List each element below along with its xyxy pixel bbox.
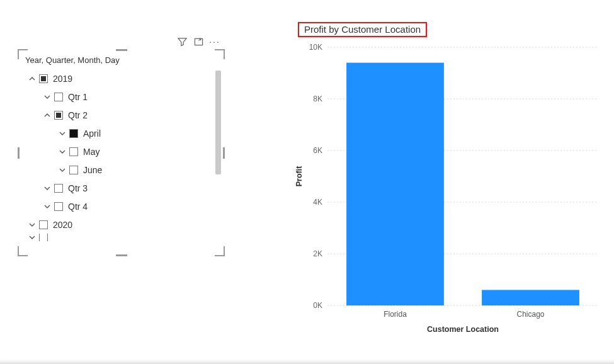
chart-title: Profit by Customer Location — [298, 22, 427, 37]
tree-checkbox[interactable] — [39, 220, 48, 229]
chevron-down-icon[interactable] — [40, 185, 54, 192]
chevron-down-icon[interactable] — [55, 166, 69, 174]
slicer-tree: 2019Qtr 1Qtr 2AprilMayJuneQtr 3Qtr 42020 — [21, 69, 212, 251]
tree-label: May — [83, 147, 99, 157]
x-tick-label: Florida — [384, 310, 407, 319]
more-options-icon[interactable]: ··· — [210, 37, 220, 47]
tree-row[interactable]: Qtr 2 — [21, 106, 212, 124]
y-tick-label: 0K — [313, 301, 322, 310]
tree-checkbox[interactable] — [54, 202, 63, 211]
y-tick-label: 8K — [313, 94, 322, 103]
resize-handle-tr[interactable] — [215, 49, 225, 59]
tree-checkbox[interactable] — [54, 111, 63, 120]
tree-row[interactable]: 2020 — [21, 215, 212, 234]
visual-toolbar: ··· — [177, 37, 220, 47]
resize-handle-bottom[interactable] — [116, 254, 127, 256]
tree-checkbox[interactable] — [39, 74, 48, 83]
chart-visual: Profit by Customer Location 0K2K4K6K8K10… — [293, 22, 601, 350]
chart-bar[interactable] — [482, 290, 579, 305]
resize-handle-top[interactable] — [116, 49, 127, 51]
chevron-up-icon[interactable] — [40, 111, 54, 119]
page-bottom-shadow — [0, 356, 614, 364]
tree-row[interactable]: 2019 — [21, 69, 212, 88]
tree-row[interactable]: April — [21, 124, 212, 142]
tree-label: April — [83, 128, 101, 139]
chevron-down-icon[interactable] — [25, 234, 39, 241]
resize-handle-right[interactable] — [223, 147, 225, 159]
chevron-down-icon[interactable] — [40, 203, 54, 210]
tree-label: Qtr 4 — [68, 202, 88, 212]
chevron-down-icon[interactable] — [40, 93, 54, 101]
chevron-down-icon[interactable] — [25, 221, 39, 229]
tree-label: 2020 — [53, 220, 72, 230]
chart-bar[interactable] — [346, 63, 444, 305]
tree-checkbox[interactable] — [54, 93, 63, 101]
svg-rect-0 — [195, 38, 202, 45]
chevron-down-icon[interactable] — [55, 148, 69, 156]
tree-row[interactable]: Qtr 4 — [21, 197, 212, 215]
chevron-down-icon[interactable] — [55, 130, 69, 137]
x-tick-label: Chicago — [516, 310, 544, 319]
chart-body: 0K2K4K6K8K10KFloridaChicagoCustomer Loca… — [293, 41, 601, 345]
tree-row[interactable]: May — [21, 142, 212, 161]
scrollbar-thumb[interactable] — [215, 71, 221, 174]
tree-checkbox[interactable] — [54, 184, 63, 193]
y-tick-label: 10K — [309, 43, 322, 52]
tree-label: Qtr 1 — [68, 92, 88, 102]
slicer-container[interactable]: Year, Quarter, Month, Day 2019Qtr 1Qtr 2… — [19, 50, 224, 255]
tree-row[interactable]: Qtr 3 — [21, 179, 212, 197]
y-tick-label: 2K — [313, 249, 322, 258]
tree-label: Qtr 3 — [68, 183, 88, 193]
chevron-up-icon[interactable] — [25, 75, 39, 82]
y-tick-label: 6K — [313, 146, 322, 155]
x-axis-label: Customer Location — [427, 325, 499, 334]
tree-row[interactable] — [21, 234, 212, 241]
tree-label: 2019 — [53, 74, 72, 84]
tree-checkbox[interactable] — [39, 234, 48, 241]
scrollbar-track[interactable] — [215, 71, 221, 242]
tree-checkbox[interactable] — [69, 166, 78, 174]
y-axis-label: Profit — [295, 166, 304, 186]
resize-handle-left[interactable] — [18, 147, 20, 159]
focus-mode-icon[interactable] — [193, 37, 203, 47]
filter-icon[interactable] — [177, 37, 187, 47]
tree-checkbox[interactable] — [69, 147, 78, 156]
tree-row[interactable]: Qtr 1 — [21, 88, 212, 106]
tree-label: June — [83, 165, 102, 175]
y-tick-label: 4K — [313, 198, 322, 207]
tree-label: Qtr 2 — [68, 110, 88, 120]
resize-handle-br[interactable] — [215, 246, 225, 256]
tree-row[interactable]: June — [21, 161, 212, 179]
slicer-title: Year, Quarter, Month, Day — [19, 50, 224, 67]
tree-checkbox[interactable] — [69, 129, 78, 138]
slicer-visual: ··· Year, Quarter, Month, Day 2019Qtr 1Q… — [19, 50, 224, 255]
resize-handle-tl[interactable] — [18, 49, 28, 59]
